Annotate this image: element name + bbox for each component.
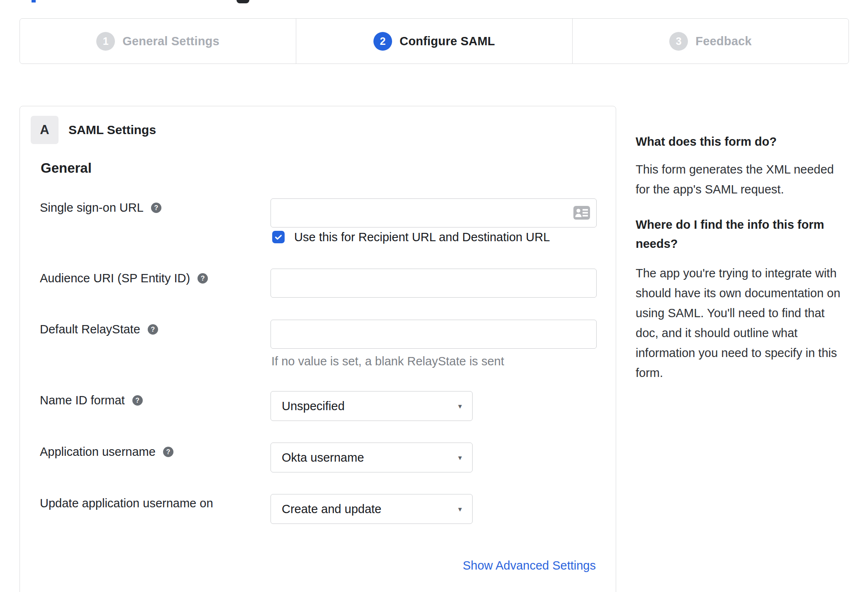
update-username-label: Update application username on [40,497,213,510]
relay-state-help-icon[interactable]: ? [148,324,158,335]
sidebar-paragraph-what: This form generates the XML needed for t… [636,159,848,199]
wizard-step-feedback[interactable]: 3 Feedback [572,19,848,64]
app-username-select[interactable]: Okta username ▼ [271,443,473,472]
wizard-step-general-settings[interactable]: 1 General Settings [20,19,296,64]
app-username-value: Okta username [271,451,364,465]
step-2-circle: 2 [373,32,392,51]
sidebar-heading-where: Where do I find the info this form needs… [636,215,848,253]
chevron-down-icon: ▼ [457,454,463,461]
audience-uri-help-icon[interactable]: ? [197,273,208,284]
step-1-label: General Settings [122,34,219,48]
wizard-step-configure-saml[interactable]: 2 Configure SAML [296,19,572,64]
sidebar-heading-what: What does this form do? [636,134,848,149]
step-3-label: Feedback [695,34,751,48]
app-username-label: Application username [40,445,156,459]
relay-state-label: Default RelayState [40,323,140,336]
use-for-recipient-destination-label[interactable]: Use this for Recipient URL and Destinati… [294,231,550,243]
step-3-circle: 3 [669,32,688,51]
cropped-title-fragment-blue [32,0,36,2]
name-id-format-help-icon[interactable]: ? [132,395,143,406]
relay-state-label-row: Default RelayState ? [40,323,158,336]
show-advanced-settings-link[interactable]: Show Advanced Settings [463,559,596,572]
audience-uri-input[interactable] [271,269,597,298]
cropped-icon-fragment-dark [237,0,249,3]
use-for-recipient-destination-checkbox[interactable] [272,231,285,243]
saml-settings-card: A SAML Settings General Single sign-on U… [20,106,616,592]
card-title: SAML Settings [68,116,156,144]
wizard-steps-bar: 1 General Settings 2 Configure SAML 3 Fe… [20,18,849,64]
chevron-down-icon: ▼ [457,403,463,410]
sso-url-label: Single sign-on URL [40,201,144,215]
checkmark-icon [274,232,283,242]
name-id-format-label: Name ID format [40,394,125,407]
sso-url-help-icon[interactable]: ? [151,203,161,213]
update-username-label-row: Update application username on [40,497,213,510]
contact-card-icon[interactable] [573,206,590,220]
audience-uri-label-row: Audience URI (SP Entity ID) ? [40,272,208,285]
audience-uri-label: Audience URI (SP Entity ID) [40,272,190,285]
help-sidebar: What does this form do? This form genera… [636,134,848,383]
relay-state-input[interactable] [271,320,597,349]
step-1-circle: 1 [96,32,115,51]
group-title-general: General [41,160,92,176]
section-badge-a: A [31,116,59,144]
sidebar-paragraph-where: The app you're trying to integrate with … [636,263,848,383]
step-2-label: Configure SAML [400,34,495,48]
sso-url-label-row: Single sign-on URL ? [40,201,161,215]
app-username-label-row: Application username ? [40,445,173,459]
update-username-value: Create and update [271,502,381,516]
update-username-select[interactable]: Create and update ▼ [271,494,473,524]
chevron-down-icon: ▼ [457,506,463,513]
app-username-help-icon[interactable]: ? [163,447,173,457]
name-id-format-select[interactable]: Unspecified ▼ [271,391,473,421]
relay-state-hint: If no value is set, a blank RelayState i… [271,355,504,368]
name-id-format-label-row: Name ID format ? [40,394,143,407]
sso-url-input[interactable] [271,198,597,228]
name-id-format-value: Unspecified [271,399,345,413]
